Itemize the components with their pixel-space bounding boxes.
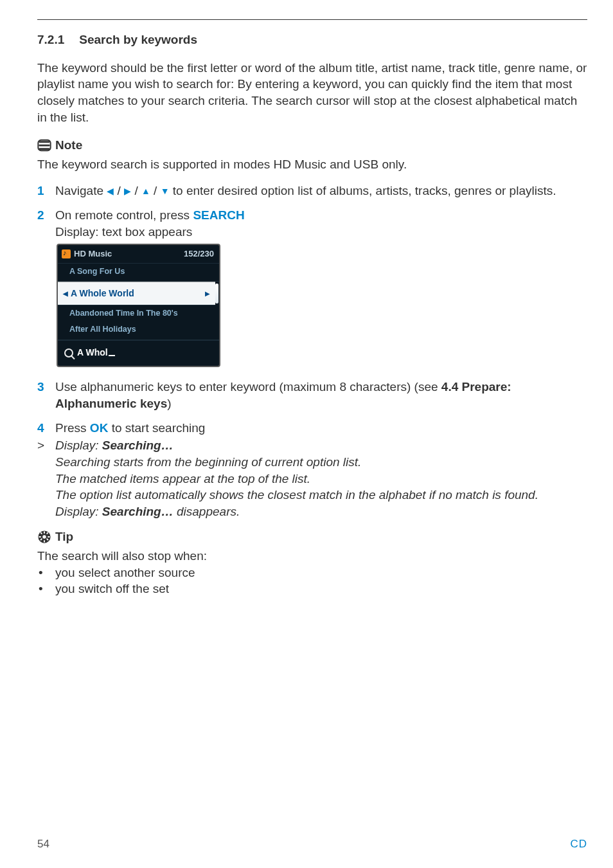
step-text: On remote control, press SEARCH Display:… (55, 207, 587, 240)
section-title: Search by keywords (79, 33, 197, 46)
step-2-pre: On remote control, press (55, 208, 193, 222)
list-item: Abandoned Time In The 80's (58, 305, 219, 321)
list-item: A Song For Us (58, 264, 219, 282)
section-heading: 7.2.1 Search by keywords (37, 32, 587, 48)
step-1-pre: Navigate (55, 184, 107, 197)
svg-rect-3 (44, 532, 45, 534)
tip-label: Tip (55, 529, 73, 545)
step-number: 3 (37, 379, 55, 411)
r3: The matched items appear at the top of t… (55, 471, 587, 487)
step-3-pre: Use alphanumeric keys to enter keyword (… (55, 380, 441, 393)
tip-icon (37, 530, 51, 544)
list-item: After All Holidays (58, 321, 219, 341)
page-number: 54 (37, 837, 49, 852)
step-text: Use alphanumeric keys to enter keyword (… (55, 379, 587, 411)
bullet-dot: • (37, 565, 55, 581)
bullet-2: • you switch off the set (37, 581, 587, 597)
sep: / (114, 184, 124, 197)
tip-text: The search will also stop when: (37, 548, 587, 565)
step-4-post: to start searching (108, 421, 205, 435)
step-3: 3 Use alphanumeric keys to enter keyword… (37, 379, 587, 411)
section-number: 7.2.1 (37, 32, 76, 48)
r4: The option list automatically shows the … (55, 487, 587, 503)
step-number: 2 (37, 207, 55, 240)
text-cursor (109, 355, 115, 356)
r1a: Display: (55, 439, 102, 452)
footer-label: CD (570, 837, 587, 852)
r2: Searching starts from the beginning of c… (55, 454, 587, 471)
bullet-1: • you select another source (37, 565, 587, 581)
search-icon (64, 348, 73, 357)
note-icon (37, 138, 51, 152)
screenshot-counter: 152/230 (184, 248, 214, 260)
search-keyword: SEARCH (193, 208, 244, 222)
step-2: 2 On remote control, press SEARCH Displa… (37, 207, 587, 240)
r5a: Display: (55, 505, 102, 518)
note-text: The keyword search is supported in modes… (37, 156, 587, 173)
step-4: 4 Press OK to start searching (37, 420, 587, 437)
step-1-post: to enter desired option list of albums, … (170, 184, 556, 197)
chevron-right-icon: ▶ (205, 289, 210, 298)
scrollbar-thumb (215, 284, 218, 303)
search-row: A Whol (58, 341, 219, 366)
tip-heading: Tip (37, 529, 587, 545)
intro-paragraph: The keyword should be the first letter o… (37, 60, 587, 126)
arrow-left-icon: ◀ (107, 185, 114, 197)
result-text: Display: Searching… Searching starts fro… (55, 437, 587, 520)
active-row-wrap: ◀A Whole World ▶ (58, 282, 219, 305)
step-number: 1 (37, 183, 55, 199)
chevron-left-icon: ◀ (63, 289, 68, 298)
screenshot-header: HD Music 152/230 (58, 245, 219, 264)
svg-rect-6 (48, 536, 50, 538)
svg-rect-5 (39, 536, 41, 538)
list-item-active: ◀A Whole World ▶ (58, 282, 215, 305)
sep: / (150, 184, 161, 197)
top-rule (37, 19, 587, 20)
step-4-pre: Press (55, 421, 90, 435)
step-1: 1 Navigate ◀ / ▶ / ▲ / ▼ to enter desire… (37, 183, 587, 199)
svg-point-2 (42, 536, 46, 539)
svg-rect-4 (44, 540, 45, 543)
r5c: disappears. (173, 505, 240, 518)
sep: / (131, 184, 141, 197)
arrow-down-icon: ▼ (161, 185, 170, 197)
step-number: 4 (37, 420, 55, 437)
ok-keyword: OK (90, 421, 109, 435)
bullet-dot: • (37, 581, 55, 597)
note-label: Note (55, 137, 82, 154)
note-heading: Note (37, 137, 587, 154)
music-icon (62, 249, 71, 258)
device-screenshot: HD Music 152/230 A Song For Us ◀A Whole … (57, 244, 220, 367)
active-label: A Whole World (71, 287, 134, 300)
arrow-up-icon: ▲ (141, 185, 150, 197)
searching-label: Searching… (102, 439, 173, 452)
step-2-sub: Display: text box appears (55, 224, 587, 240)
step-text: Navigate ◀ / ▶ / ▲ / ▼ to enter desired … (55, 183, 587, 199)
arrow-right-icon: ▶ (124, 185, 131, 197)
page-footer: 54 CD (37, 837, 587, 852)
result-marker: > (37, 437, 55, 520)
screenshot-title: HD Music (74, 248, 112, 260)
search-text: A Whol (77, 347, 108, 357)
step-text: Press OK to start searching (55, 420, 587, 437)
step-3-post: ) (167, 397, 171, 410)
searching-label: Searching… (102, 505, 173, 518)
result-block: > Display: Searching… Searching starts f… (37, 437, 587, 520)
bullet-text: you select another source (55, 565, 195, 581)
bullet-text: you switch off the set (55, 581, 169, 597)
